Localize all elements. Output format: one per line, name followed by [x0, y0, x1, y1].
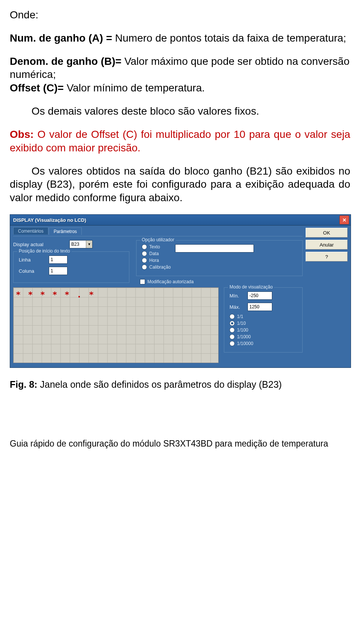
top-row: Display actual B23 ▼ Posição de início d… — [13, 240, 303, 287]
close-icon: ✕ — [342, 217, 346, 223]
linha-input[interactable]: 1 — [49, 256, 68, 264]
min-row: Mín. -250 — [230, 291, 297, 300]
bottom-row: * * * * * . * Modo de visualização Mín. … — [13, 287, 303, 363]
caption-text: Janela onde são definidos os parâmetros … — [38, 379, 282, 390]
valores-text: Os valores obtidos na saída do bloco gan… — [10, 165, 350, 204]
close-button[interactable]: ✕ — [339, 215, 349, 224]
paragraph-denom-offset: Denom. de ganho (B)= Valor máximo que po… — [10, 55, 350, 95]
page-footer: Guia rápido de configuração do módulo SR… — [10, 439, 350, 449]
dialog-title: DISPLAY (Visualização no LCD) — [13, 217, 339, 223]
radio-1-1000[interactable]: 1/1000 — [230, 334, 297, 339]
texto-input[interactable] — [175, 244, 254, 253]
paragraph-demais: Os demais valores deste bloco são valore… — [10, 105, 350, 118]
coluna-row: Coluna 1 — [19, 267, 124, 275]
radio-texto[interactable]: Texto — [142, 244, 171, 250]
cancel-button[interactable]: Anular — [306, 240, 348, 250]
max-label: Máx. — [230, 304, 244, 310]
offset-prefix: Offset (C)= — [10, 82, 67, 94]
ratio-100-label: 1/100 — [237, 327, 248, 333]
coluna-input[interactable]: 1 — [49, 267, 68, 275]
help-button[interactable]: ? — [306, 252, 348, 261]
tab-params[interactable]: Parâmetros — [49, 227, 82, 235]
radio-dot-icon — [142, 264, 147, 270]
linha-label: Linha — [19, 257, 45, 263]
paragraph-valores: Os valores obtidos na saída do bloco gan… — [10, 164, 350, 205]
max-row: Máx. 1250 — [230, 303, 297, 311]
radio-hora-label: Hora — [149, 258, 159, 263]
ratio-10000-label: 1/10000 — [237, 341, 253, 346]
radio-dot-icon — [230, 327, 235, 333]
radio-dot-icon — [142, 244, 147, 250]
dialog-left-area: Comentários Parâmetros Display actual B2… — [13, 227, 306, 363]
user-option-radios: Texto Data Hora Calibração — [142, 244, 171, 271]
radio-dot-icon — [230, 321, 235, 326]
mod-auth-checkbox[interactable]: Modificação autorizada — [140, 279, 303, 284]
mod-auth-label: Modificação autorizada — [147, 279, 194, 284]
radio-calibracao[interactable]: Calibração — [142, 264, 171, 270]
coluna-value: 1 — [51, 268, 53, 273]
onde-label: Onde: — [10, 9, 38, 21]
checkbox-icon — [140, 279, 145, 284]
radio-dot-icon — [230, 334, 235, 339]
obs-text: O valor de Offset (C) foi multiplicado p… — [10, 129, 350, 154]
radio-texto-label: Texto — [149, 244, 160, 250]
radio-1-100[interactable]: 1/100 — [230, 327, 297, 333]
tab-panel: Display actual B23 ▼ Posição de início d… — [13, 236, 303, 363]
radio-calib-label: Calibração — [149, 264, 171, 270]
dialog-right-buttons: OK Anular ? — [306, 227, 348, 363]
min-value: -250 — [249, 293, 258, 298]
user-option-group: Opção utilizador Texto Data Hora Calibra… — [136, 240, 303, 276]
radio-dot-icon — [230, 341, 235, 346]
offset-text: Valor mínimo de temperatura. — [67, 82, 205, 94]
position-legend: Posição de início do texto — [17, 248, 72, 254]
min-input[interactable]: -250 — [248, 291, 272, 300]
dialog-titlebar: DISPLAY (Visualização no LCD) ✕ — [10, 215, 351, 226]
user-option-legend: Opção utilizador — [140, 237, 176, 242]
position-group: Posição de início do texto Linha 1 Colun… — [13, 251, 129, 283]
display-actual-value: B23 — [70, 242, 86, 247]
display-config-dialog: DISPLAY (Visualização no LCD) ✕ Comentár… — [10, 214, 351, 368]
ratio-radios: 1/1 1/10 1/100 1/1000 1/10000 — [230, 314, 297, 346]
linha-value: 1 — [51, 257, 53, 262]
caption-prefix: Fig. 8: — [10, 379, 38, 390]
paragraph-onde: Onde: — [10, 8, 350, 22]
radio-data-label: Data — [149, 251, 159, 256]
figure-caption: Fig. 8: Janela onde são definidos os par… — [10, 379, 350, 390]
max-input[interactable]: 1250 — [248, 303, 272, 311]
viz-mode-group: Modo de visualização Mín. -250 Máx. 1250… — [224, 287, 303, 353]
ok-button[interactable]: OK — [306, 228, 348, 238]
ratio-1-label: 1/1 — [237, 314, 243, 319]
col-right: Opção utilizador Texto Data Hora Calibra… — [136, 240, 303, 287]
max-value: 1250 — [249, 304, 260, 309]
viz-column: Modo de visualização Mín. -250 Máx. 1250… — [224, 287, 303, 353]
denom-prefix: Denom. de ganho (B)= — [10, 55, 124, 67]
ratio-10-label: 1/10 — [237, 321, 246, 326]
min-label: Mín. — [230, 293, 244, 299]
display-actual-label: Display actual — [13, 242, 66, 247]
display-preview: * * * * * . * — [13, 287, 219, 363]
radio-1-10000[interactable]: 1/10000 — [230, 341, 297, 346]
dialog-body: Comentários Parâmetros Display actual B2… — [10, 226, 351, 368]
obs-prefix: Obs: — [10, 129, 34, 140]
preview-text: * * * * * . * — [16, 290, 95, 299]
radio-data[interactable]: Data — [142, 251, 171, 256]
linha-row: Linha 1 — [19, 256, 124, 264]
num-ganho-prefix: Num. de ganho (A) = — [10, 32, 115, 44]
display-actual-row: Display actual B23 ▼ — [13, 240, 129, 248]
tab-comments[interactable]: Comentários — [13, 227, 48, 235]
ratio-1000-label: 1/1000 — [237, 334, 251, 339]
radio-dot-icon — [142, 258, 147, 263]
radio-1-1[interactable]: 1/1 — [230, 314, 297, 319]
radio-1-10[interactable]: 1/10 — [230, 321, 297, 326]
paragraph-obs: Obs: O valor de Offset (C) foi multiplic… — [10, 128, 350, 155]
radio-hora[interactable]: Hora — [142, 258, 171, 263]
tabs: Comentários Parâmetros — [13, 227, 303, 235]
num-ganho-text: Numero de pontos totais da faixa de temp… — [115, 32, 346, 44]
display-actual-select[interactable]: B23 ▼ — [69, 240, 93, 248]
radio-dot-icon — [142, 251, 147, 256]
col-left: Display actual B23 ▼ Posição de início d… — [13, 240, 129, 283]
chevron-down-icon: ▼ — [86, 241, 92, 248]
radio-dot-icon — [230, 314, 235, 319]
viz-legend: Modo de visualização — [228, 284, 274, 290]
coluna-label: Coluna — [19, 268, 45, 274]
